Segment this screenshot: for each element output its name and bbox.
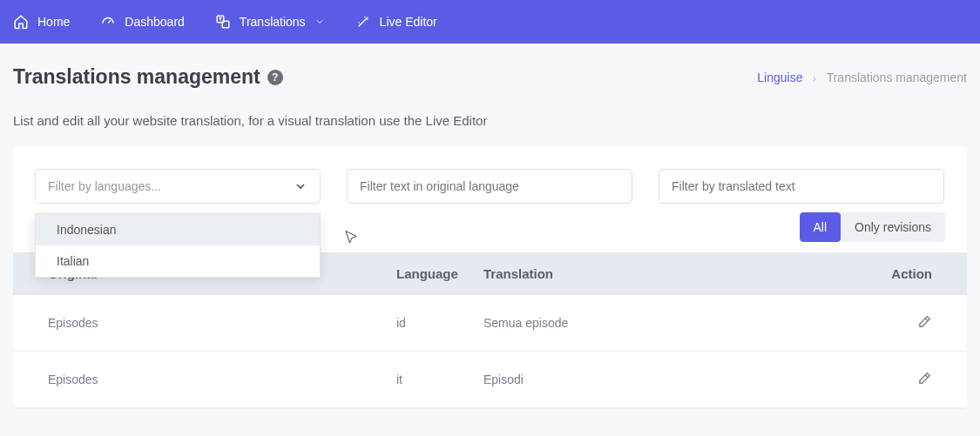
breadcrumb-sep: › [813, 73, 816, 84]
chevron-down-icon [314, 17, 325, 27]
home-icon [13, 14, 29, 30]
table-row: Episodes id Semua episode [13, 295, 967, 352]
page-subtitle: List and edit all your website translati… [13, 113, 967, 128]
translated-text-filter-input[interactable] [659, 169, 944, 204]
nav-live-editor-label: Live Editor [380, 15, 437, 29]
nav-home-label: Home [37, 15, 70, 29]
chevron-down-icon [294, 179, 308, 193]
breadcrumb-link[interactable]: Linguise [757, 70, 802, 84]
cell-original: Episodes [13, 295, 396, 352]
breadcrumb: Linguise › Translations management [757, 70, 967, 84]
table-row: Episodes it Episodi [13, 352, 967, 408]
edit-icon[interactable] [917, 314, 932, 329]
nav-dashboard-label: Dashboard [125, 15, 185, 29]
cell-language: it [396, 352, 483, 408]
nav-dashboard[interactable]: Dashboard [100, 14, 185, 30]
cell-translation: Episodi [483, 352, 849, 408]
top-navbar: Home Dashboard Translations Live Editor [0, 0, 980, 44]
toggle-all[interactable]: All [800, 212, 841, 242]
page-title: Translations management [13, 65, 260, 89]
dropdown-item-italian[interactable]: Italian [36, 245, 320, 277]
wand-icon [355, 14, 371, 30]
cell-original: Episodes [13, 352, 396, 408]
col-action: Action [849, 252, 967, 295]
nav-live-editor[interactable]: Live Editor [355, 14, 437, 30]
dropdown-item-indonesian[interactable]: Indonesian [36, 214, 320, 245]
breadcrumb-current: Translations management [827, 70, 967, 84]
filter-card: Filter by languages... Indonesian Italia… [13, 147, 967, 408]
language-filter-placeholder: Filter by languages... [48, 179, 161, 193]
edit-icon[interactable] [917, 371, 932, 386]
cell-language: id [396, 295, 483, 352]
original-text-filter-input[interactable] [347, 169, 632, 204]
nav-home[interactable]: Home [13, 14, 70, 30]
nav-translations-label: Translations [240, 15, 306, 29]
help-icon[interactable]: ? [267, 70, 283, 85]
translate-icon [215, 14, 231, 30]
language-filter-select[interactable]: Filter by languages... [35, 169, 321, 204]
language-dropdown: Indonesian Italian [35, 213, 321, 278]
gauge-icon [100, 14, 116, 30]
col-translation: Translation [483, 252, 849, 295]
col-language: Language [396, 252, 483, 295]
toggle-only-revisions[interactable]: Only revisions [841, 212, 945, 242]
revision-toggle: All Only revisions [800, 212, 945, 242]
cell-translation: Semua episode [483, 295, 849, 352]
nav-translations[interactable]: Translations [215, 14, 325, 30]
